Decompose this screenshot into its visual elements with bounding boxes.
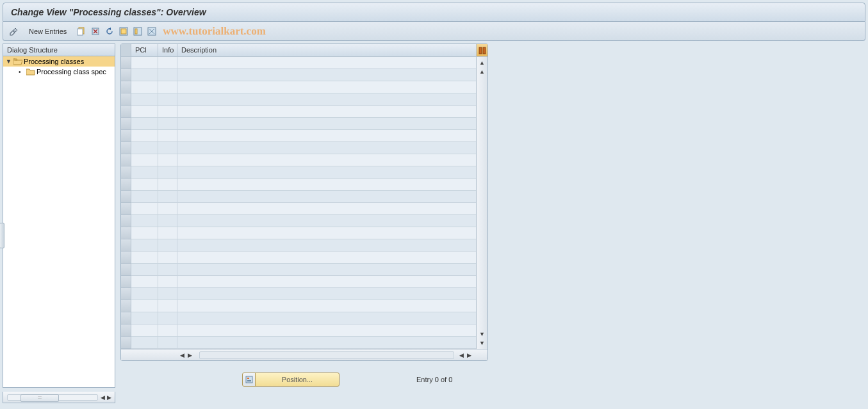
scroll-left-icon[interactable]: ◀ xyxy=(180,352,186,358)
dialog-structure-panel: Dialog Structure ▼ Processing classes • … xyxy=(3,44,115,403)
new-entries-button[interactable]: New Entries xyxy=(25,26,70,36)
tree-item-processing-classes[interactable]: ▼ Processing classes xyxy=(3,56,115,67)
watermark-text: www.tutorialkart.com xyxy=(163,25,266,38)
entry-counter: Entry 0 of 0 xyxy=(416,376,452,383)
table-row[interactable] xyxy=(121,300,476,312)
table-row[interactable] xyxy=(121,325,476,337)
content-area: Dialog Structure ▼ Processing classes • … xyxy=(3,44,865,403)
table-row[interactable] xyxy=(121,312,476,325)
tree-horizontal-scrollbar[interactable]: ::: ◀ ▶ xyxy=(3,392,115,403)
scroll-right-icon[interactable]: ▶ xyxy=(188,352,194,358)
scroll-left-icon[interactable]: ◀ xyxy=(101,394,107,401)
table-row[interactable] xyxy=(121,57,476,69)
table-row[interactable] xyxy=(121,288,476,300)
scroll-left-icon[interactable]: ◀ xyxy=(459,352,466,358)
data-table: PCl Info Description xyxy=(120,44,488,361)
scroll-down-icon[interactable]: ▼ xyxy=(478,330,487,339)
scroll-right-icon[interactable]: ▶ xyxy=(467,352,473,358)
scroll-up-icon[interactable]: ▲ xyxy=(478,67,487,76)
table-row[interactable] xyxy=(121,81,476,93)
table-row[interactable] xyxy=(121,191,476,203)
table-header: PCl Info Description xyxy=(121,44,487,57)
table-row[interactable] xyxy=(121,69,476,81)
panel-splitter[interactable] xyxy=(0,223,4,248)
undo-icon[interactable] xyxy=(104,26,115,37)
toggle-display-change-icon[interactable] xyxy=(8,26,20,37)
select-all-column[interactable] xyxy=(121,44,131,56)
folder-closed-icon xyxy=(26,68,35,76)
dialog-structure-header: Dialog Structure xyxy=(3,44,115,56)
svg-rect-6 xyxy=(121,29,126,34)
table-row[interactable] xyxy=(121,93,476,106)
folder-open-icon xyxy=(13,58,22,65)
tree-bullet-icon: • xyxy=(19,68,25,76)
scroll-right-icon[interactable]: ▶ xyxy=(107,394,113,401)
position-label: Position... xyxy=(256,376,339,383)
table-row[interactable] xyxy=(121,252,476,264)
svg-rect-16 xyxy=(247,380,251,381)
column-header-pcl[interactable]: PCl xyxy=(131,44,158,56)
svg-rect-13 xyxy=(483,47,486,54)
scrollbar-thumb[interactable]: ::: xyxy=(20,394,59,402)
table-row[interactable] xyxy=(121,239,476,252)
delete-icon[interactable] xyxy=(90,26,101,37)
table-settings-icon[interactable] xyxy=(476,44,487,56)
column-header-info[interactable]: Info xyxy=(158,44,177,56)
table-row[interactable] xyxy=(121,130,476,142)
select-all-icon[interactable] xyxy=(118,26,129,37)
deselect-all-icon[interactable] xyxy=(146,26,158,37)
table-row[interactable] xyxy=(121,203,476,215)
table-row[interactable] xyxy=(121,118,476,130)
scrollbar-track[interactable] xyxy=(199,351,454,359)
position-icon xyxy=(243,373,256,386)
horizontal-scrollbar[interactable]: ◀ ▶ ◀ ▶ xyxy=(121,349,487,360)
svg-rect-12 xyxy=(479,47,482,54)
table-row[interactable] xyxy=(121,166,476,179)
scroll-down-icon[interactable]: ▼ xyxy=(478,339,487,348)
table-row[interactable] xyxy=(121,154,476,166)
table-row[interactable] xyxy=(121,264,476,276)
position-button[interactable]: Position... xyxy=(242,373,340,387)
copy-icon[interactable] xyxy=(76,26,87,37)
svg-rect-8 xyxy=(135,29,137,34)
table-row[interactable] xyxy=(121,106,476,118)
select-block-icon[interactable] xyxy=(132,26,143,37)
toolbar: New Entries www.tutorialkart.com xyxy=(3,22,865,41)
table-row[interactable] xyxy=(121,276,476,288)
scroll-up-icon[interactable]: ▲ xyxy=(478,58,487,67)
tree-expand-icon[interactable]: ▼ xyxy=(6,58,12,65)
table-row[interactable] xyxy=(121,215,476,227)
svg-rect-15 xyxy=(247,378,249,379)
table-row[interactable] xyxy=(121,179,476,191)
vertical-scrollbar[interactable]: ▲ ▲ ▼ ▼ xyxy=(476,57,487,349)
table-body: ▲ ▲ ▼ ▼ xyxy=(121,57,487,349)
table-row[interactable] xyxy=(121,227,476,239)
scrollbar-track[interactable]: ::: xyxy=(7,394,98,401)
tree-item-label: Processing classes xyxy=(24,58,84,65)
main-panel: PCl Info Description xyxy=(120,44,865,403)
table-row[interactable] xyxy=(121,142,476,154)
svg-rect-14 xyxy=(246,376,252,383)
table-footer: Position... Entry 0 of 0 xyxy=(120,373,865,387)
table-row[interactable] xyxy=(121,337,476,349)
dialog-structure-tree: ▼ Processing classes • Processing class … xyxy=(3,56,115,388)
svg-rect-1 xyxy=(78,29,83,35)
page-title: Change View "Processing classes": Overvi… xyxy=(3,3,865,22)
tree-item-label: Processing class spec xyxy=(37,68,106,76)
tree-item-processing-class-spec[interactable]: • Processing class spec xyxy=(3,67,115,77)
column-header-description[interactable]: Description xyxy=(177,44,476,56)
